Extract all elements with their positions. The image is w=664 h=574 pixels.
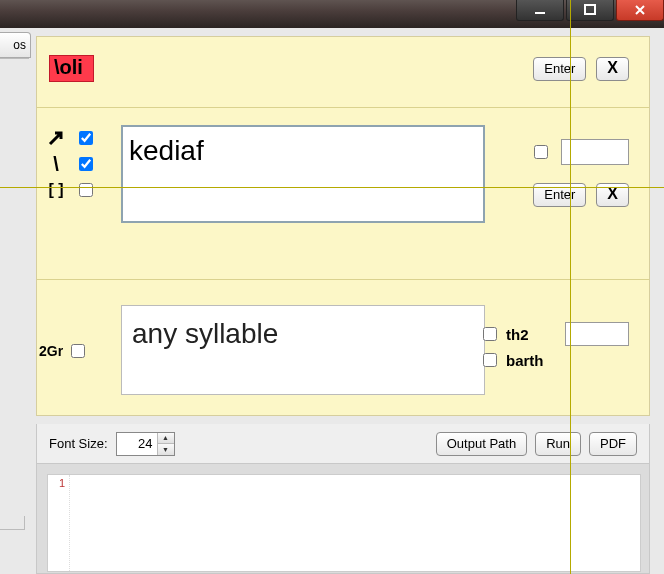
row1-x-button[interactable]: X [596,57,629,81]
svg-rect-0 [535,12,545,14]
row2-enter-button[interactable]: Enter [533,183,586,207]
bottom-toolbar: Font Size: ▲ ▼ Output Path Run PDF [36,424,650,464]
main-input[interactable] [123,127,477,167]
row3-right-controls: th2 barth [479,321,629,373]
brackets-icon: [ ] [43,181,69,199]
left-tab[interactable]: os [0,32,31,58]
pdf-button[interactable]: PDF [589,432,637,456]
left-tab-label: os [13,38,26,52]
row2-right-number-input[interactable] [561,139,629,165]
arrow-up-right-icon [43,129,69,147]
th2-number-input[interactable] [565,322,629,346]
oli-badge: \oli [49,55,94,82]
panel-row-3: 2Gr any syllable th2 barth [37,281,649,415]
window-titlebar [0,0,664,28]
main-panel: \oli Enter X \ [ ] [36,36,650,416]
editor-gutter: 1 [48,475,70,571]
font-size-down-icon[interactable]: ▼ [158,444,174,455]
font-size-input[interactable] [117,433,157,455]
font-size-up-icon[interactable]: ▲ [158,433,174,445]
font-size-spinner[interactable]: ▲ ▼ [116,432,175,456]
barth-checkbox[interactable] [483,353,497,367]
gr-checkbox[interactable] [71,344,85,358]
backslash-icon: \ [43,153,69,176]
left-margin-divider-h [0,529,25,530]
output-area: 1 [36,464,650,574]
panel-row-2: \ [ ] Enter X [37,109,649,280]
output-editor[interactable]: 1 [47,474,641,572]
output-path-button[interactable]: Output Path [436,432,527,456]
window-minimize-button[interactable] [516,0,564,21]
run-button[interactable]: Run [535,432,581,456]
window-maximize-button[interactable] [566,0,614,21]
line-number: 1 [48,477,65,489]
th2-checkbox[interactable] [483,327,497,341]
option-brackets-checkbox[interactable] [79,183,93,197]
syllable-display: any syllable [121,305,485,395]
svg-rect-1 [585,5,595,14]
gr-option: 2Gr [39,341,88,361]
th2-label: th2 [506,326,529,343]
row2-right-controls: Enter X [499,139,629,207]
window-close-button[interactable] [616,0,664,21]
left-tab-underline [0,56,29,59]
left-margin-divider [24,516,25,530]
gr-label: 2Gr [39,343,63,359]
row2-right-checkbox[interactable] [534,145,548,159]
option-backslash-checkbox[interactable] [79,157,93,171]
panel-row-1: \oli Enter X [37,37,649,108]
main-input-container [121,125,485,223]
options-column: \ [ ] [43,125,113,203]
option-arrow-checkbox[interactable] [79,131,93,145]
font-size-label: Font Size: [49,436,108,451]
barth-label: barth [506,352,544,369]
row2-x-button[interactable]: X [596,183,629,207]
row1-enter-button[interactable]: Enter [533,57,586,81]
